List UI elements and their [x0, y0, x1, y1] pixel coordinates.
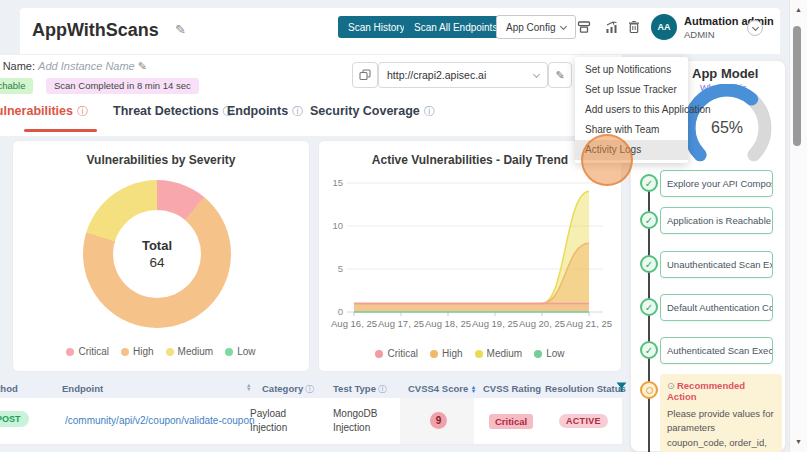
recommended-action-title: Recommended Action	[667, 380, 745, 402]
tab-label: Security Coverage	[310, 104, 420, 118]
legend-label: High	[442, 348, 463, 359]
scroll-up-arrow[interactable]: ▲	[795, 6, 802, 13]
recommended-action-box: ⊙Recommended Action Please provide value…	[660, 374, 782, 452]
checklist-item[interactable]: Explore your API Composition	[660, 170, 773, 197]
severity-legend[interactable]: CriticalHighMediumLow	[13, 346, 309, 357]
legend-label: Low	[546, 348, 564, 359]
scroll-down-arrow[interactable]: ▼	[795, 438, 802, 445]
scan-url-value: http://crapi2.apisec.ai	[387, 69, 486, 81]
warning-circle-icon	[640, 381, 658, 399]
edit-instance-icon[interactable]: ✎	[138, 60, 147, 72]
trash-icon[interactable]	[626, 19, 642, 35]
clock-icon: ⊙	[667, 380, 675, 391]
tab-vulnerabilities[interactable]: Vulnerabilitiesⓘ	[0, 104, 88, 119]
tab-endpoints[interactable]: Endpointsⓘ	[227, 104, 303, 119]
category-cell: Payload Injection	[250, 407, 300, 434]
chart-title: Vulnerabilities by Severity	[13, 153, 309, 167]
instance-name-label: Instance Name: Add Instance Name ✎	[0, 60, 147, 73]
legend-item[interactable]: Medium	[166, 346, 214, 357]
scan-completed-badge: Scan Completed in 8 min 14 sec	[46, 78, 199, 94]
checklist-item[interactable]: Authenticated Scan Executed	[660, 337, 773, 364]
filter-icon[interactable]	[616, 382, 627, 393]
header-label: Test Type	[333, 383, 376, 394]
info-icon[interactable]: ⓘ	[292, 105, 303, 117]
legend-label: High	[133, 346, 154, 357]
edit-title-icon[interactable]: ✎	[175, 22, 186, 37]
legend-item[interactable]: Low	[534, 348, 564, 359]
legend-dot-icon	[166, 348, 174, 356]
column-header-endpoint[interactable]: Endpoint	[62, 383, 103, 394]
svg-text:0: 0	[338, 306, 343, 317]
scan-url-select[interactable]: http://crapi2.apisec.ai	[378, 62, 548, 88]
legend-item[interactable]: Critical	[375, 348, 418, 359]
app-config-menu: Set up Notifications Set up Issue Tracke…	[575, 57, 688, 163]
severity-chart-card: Vulnerabilities by Severity Total 64 Cri…	[12, 140, 310, 372]
trend-legend[interactable]: CriticalHighMediumLow	[319, 348, 621, 359]
check-circle-icon: ✓	[640, 341, 658, 359]
tab-threat-detections[interactable]: Threat Detectionsⓘ	[113, 104, 234, 119]
legend-dot-icon	[375, 350, 383, 358]
recommended-action-body: Please provide values for parameters cou…	[667, 407, 775, 450]
printer-icon[interactable]	[576, 19, 592, 35]
user-role: ADMIN	[684, 29, 715, 40]
column-header-resolution-status[interactable]: Resolution Status	[545, 383, 626, 394]
check-circle-icon: ✓	[640, 298, 658, 316]
app-config-label: App Config	[506, 22, 555, 33]
menu-item-add-users[interactable]: Add users to this Application	[575, 100, 688, 120]
svg-text:Aug 19, 25: Aug 19, 25	[472, 318, 518, 329]
legend-dot-icon	[121, 348, 129, 356]
scrollbar-thumb[interactable]	[793, 26, 801, 146]
checklist-item[interactable]: Unauthenticated Scan Exe...	[660, 251, 773, 278]
endpoint-link[interactable]: /community/api/v2/coupon/validate-coupon	[65, 415, 255, 426]
column-header-test-type[interactable]: Test Typeⓘ	[333, 383, 387, 396]
copy-url-button[interactable]	[352, 62, 378, 88]
checklist-item[interactable]: Default Authentication Conf...	[660, 294, 773, 321]
app-config-dropdown[interactable]: App Config	[496, 15, 576, 39]
analytics-icon[interactable]	[604, 19, 620, 35]
legend-item[interactable]: High	[430, 348, 463, 359]
instance-label-text: Instance Name:	[0, 60, 35, 72]
donut-total-label: Total	[142, 238, 172, 253]
info-icon[interactable]: ⓘ	[305, 384, 314, 394]
menu-item-activity-logs[interactable]: Activity Logs	[575, 140, 688, 160]
svg-text:5: 5	[338, 263, 343, 274]
info-icon[interactable]: ⓘ	[77, 105, 88, 117]
column-header-method[interactable]: Method	[0, 383, 18, 394]
sort-icon[interactable]: ▲▼	[246, 381, 251, 392]
menu-item-share-with-team[interactable]: Share with Team	[575, 120, 688, 140]
resolution-status-badge: ACTIVE	[559, 414, 608, 428]
checklist-item[interactable]: Application is Reachable	[660, 207, 773, 234]
row-divider	[0, 444, 622, 445]
legend-label: Medium	[487, 348, 523, 359]
info-icon[interactable]: ⓘ	[424, 105, 435, 117]
donut-center: Total 64	[113, 210, 201, 298]
column-header-cvss4-score[interactable]: CVSS4 Score ▲▼	[408, 383, 476, 394]
method-badge: POST	[0, 411, 29, 427]
avatar[interactable]: AA	[651, 14, 677, 40]
daily-trend-area-chart[interactable]: 051015Aug 16, 25Aug 17, 25Aug 18, 25Aug …	[319, 169, 623, 341]
user-menu-chevron[interactable]	[747, 20, 763, 36]
legend-dot-icon	[475, 350, 483, 358]
tab-security-coverage[interactable]: Security Coverageⓘ	[310, 104, 435, 119]
legend-item[interactable]: High	[121, 346, 154, 357]
instance-placeholder[interactable]: Add Instance Name	[38, 60, 135, 72]
cvss-rating-badge: Critical	[489, 414, 533, 429]
info-icon[interactable]: ⓘ	[378, 384, 387, 394]
column-header-category[interactable]: Categoryⓘ	[262, 383, 314, 396]
tab-label: Endpoints	[227, 104, 288, 118]
legend-item[interactable]: Low	[225, 346, 255, 357]
legend-label: Medium	[178, 346, 214, 357]
chevron-down-icon	[560, 22, 567, 29]
menu-item-setup-issue-tracker[interactable]: Set up Issue Tracker	[575, 80, 688, 100]
active-tab-underline	[24, 129, 97, 132]
check-circle-icon: ✓	[640, 211, 658, 229]
legend-label: Low	[237, 346, 255, 357]
column-header-cvss-rating[interactable]: CVSS Rating	[483, 383, 541, 394]
tab-label: Vulnerabilities	[0, 104, 73, 118]
legend-item[interactable]: Critical	[66, 346, 109, 357]
edit-url-button[interactable]: ✎	[548, 62, 572, 88]
cvss4-score-badge: 9	[430, 412, 447, 429]
menu-item-setup-notifications[interactable]: Set up Notifications	[575, 60, 688, 80]
scan-all-endpoints-button[interactable]: Scan All Endpoints	[404, 16, 507, 38]
legend-item[interactable]: Medium	[475, 348, 523, 359]
